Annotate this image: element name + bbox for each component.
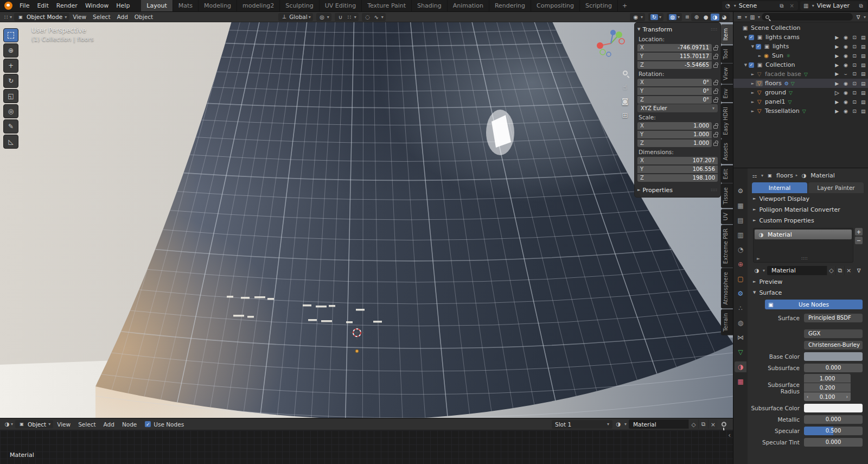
workspace-tab-scripting[interactable]: Scripting [580, 0, 618, 11]
hide-eye-icon[interactable]: ⌣ [842, 71, 849, 77]
tool-select-box[interactable] [3, 28, 18, 42]
outliner-row-lights[interactable]: ▼✓▣lights▶◉⊡▤ [733, 42, 868, 51]
tab-layer-painter[interactable]: Layer Painter [808, 182, 864, 193]
properties-tab-modifiers[interactable]: ⚙ [735, 288, 746, 299]
lock-open-icon[interactable] [713, 134, 718, 137]
menu-field[interactable]: GGX [804, 329, 863, 338]
outliner-row-ground[interactable]: ►▽ground▽▶◉⊡▤ [733, 88, 868, 97]
tool-scale[interactable]: ◱ [3, 89, 18, 103]
viewport-disable-monitor-icon[interactable]: ⊡ [851, 44, 858, 49]
menu-edit[interactable]: Edit [33, 0, 52, 11]
filter-type-icon[interactable]: ▥ [749, 14, 756, 20]
viewport-disable-monitor-icon[interactable]: ⊡ [851, 90, 858, 96]
node-grid-area[interactable]: Material ‹ [0, 430, 733, 464]
viewport-disable-monitor-icon[interactable]: ⊡ [851, 35, 858, 40]
material-slot-list[interactable]: ◑ Material ► ∷∷ [753, 228, 853, 263]
disclosure-icon[interactable]: ▼ [743, 63, 749, 67]
vector-component-field[interactable]: 0.200 [804, 383, 851, 392]
outliner-row-tessellation[interactable]: ►▽Tessellation▽▶◉⊡▤ [733, 106, 868, 116]
workspace-tab-rendering[interactable]: Rendering [489, 0, 531, 11]
scroll-left-icon[interactable]: ‹ [728, 431, 731, 439]
node-tree-icon[interactable]: ∇ [855, 268, 863, 274]
render-camera-icon[interactable]: ▤ [860, 81, 867, 86]
unlink-icon[interactable]: × [708, 419, 718, 429]
shader-type-select[interactable]: ▣ Object ▾ [15, 420, 53, 428]
remove-slot-button[interactable]: − [855, 237, 863, 244]
collection-checkbox[interactable]: ✓ [749, 35, 754, 40]
workspace-tab-texture-paint[interactable]: Texture Paint [362, 0, 412, 11]
hide-eye-icon[interactable]: ◉ [842, 53, 849, 59]
outliner-row-panel1[interactable]: ►▽panel1▽▶◉⊡▤ [733, 97, 868, 106]
viewport-disable-monitor-icon[interactable]: ⊡ [851, 53, 858, 59]
mode-select[interactable]: ▣ Object Mode ▾ [14, 13, 69, 21]
properties-tab-render[interactable]: ▦ [735, 200, 746, 211]
selectable-cursor-icon[interactable]: ▶ [833, 35, 840, 40]
viewport-menu-add[interactable]: Add [114, 14, 131, 20]
outliner-row-facade-base[interactable]: ►▽facade base▽▶⌣⊡▤ [733, 69, 868, 79]
shading-solid-icon[interactable]: ● [701, 14, 710, 21]
sidebar-tab-item[interactable]: Item [721, 24, 733, 45]
sidebar-tab-assets[interactable]: Assets [721, 139, 733, 164]
tool-measure[interactable]: ◺ [3, 135, 18, 149]
vector-component-field[interactable]: 1.000 [804, 374, 851, 383]
shader-menu-add[interactable]: Add [100, 421, 118, 428]
outliner-row-collection[interactable]: ▼✓▣Collection▶◉⊡▤ [733, 60, 868, 69]
3d-viewport[interactable]: ∷ ▾ ▣ Object Mode ▾ ViewSelectAddObject … [0, 12, 733, 418]
collection-checkbox[interactable]: ✓ [749, 62, 754, 68]
workspace-tab-modeling2[interactable]: modeling2 [237, 0, 280, 11]
disclosure-icon[interactable]: ► [750, 72, 756, 77]
properties-panel-header[interactable]: ► Properties ∷∷ [637, 185, 718, 195]
properties-tab-scene[interactable]: ◔ [735, 244, 746, 255]
render-camera-icon[interactable]: ▤ [860, 99, 867, 105]
disclosure-icon[interactable]: ► [750, 109, 756, 113]
panel-grip[interactable]: ∷∷ [711, 188, 718, 193]
disclosure-icon[interactable]: ▼ [750, 45, 756, 49]
material-sphere-icon[interactable]: ◑ [615, 421, 622, 427]
workspace-tab-mats[interactable]: Mats [173, 0, 199, 11]
sidebar-tab-view[interactable]: View [721, 63, 733, 84]
viewport-menu-select[interactable]: Select [90, 14, 113, 20]
pin-icon[interactable] [719, 420, 729, 429]
location-y-field[interactable]: Y115.70117 [637, 53, 712, 60]
outliner-row-scene-collection[interactable]: ▣Scene Collection [733, 23, 868, 33]
properties-tab-view-layer[interactable]: ▥ [735, 230, 746, 240]
properties-tab-tool[interactable]: ⚙ [735, 186, 746, 196]
selectable-cursor-icon[interactable]: ▶ [833, 99, 840, 105]
workspace-tab-uv-editing[interactable]: UV Editing [320, 0, 362, 11]
properties-tab-constraints[interactable]: ⋈ [735, 332, 746, 343]
render-camera-icon[interactable]: ▤ [860, 90, 867, 96]
number-field[interactable]: 0.000 [804, 364, 863, 372]
location-x-field[interactable]: X-746.09711 [637, 44, 712, 52]
sidebar-tab-tissue[interactable]: Tissue [721, 183, 733, 208]
preview-panel-header[interactable]: ►Preview [748, 276, 868, 287]
tool-transform[interactable]: ◎ [3, 104, 18, 118]
viewport-disable-monitor-icon[interactable]: ⊡ [851, 71, 858, 77]
panel-header-poliigon-material-converter[interactable]: ►Poliigon Material Converter [748, 204, 868, 215]
selectable-cursor-icon[interactable]: ▶ [833, 109, 840, 114]
properties-tab-texture[interactable]: ▦ [735, 376, 746, 387]
rotation-mode-dropdown[interactable]: XYZ Euler ▾ [637, 104, 718, 112]
tool-annotate[interactable]: ✎ [3, 119, 18, 134]
scale-x-field[interactable]: X1.000 [637, 122, 712, 130]
hide-eye-icon[interactable]: ◉ [842, 99, 849, 105]
selectable-cursor-icon[interactable]: ▶ [833, 53, 840, 59]
surface-panel-header[interactable]: ▼Surface [748, 287, 868, 298]
axis-navigation-gizmo[interactable] [593, 26, 628, 61]
camera-view-icon[interactable]: ◙ [618, 94, 631, 107]
tool-move[interactable]: + [3, 59, 18, 73]
visibility-dropdown[interactable]: ◉▾ [630, 13, 645, 21]
selectable-cursor-icon[interactable]: ▶ [833, 62, 840, 68]
dimensions-x-field[interactable]: X107.207 [637, 157, 718, 164]
number-field[interactable]: 0.000 [804, 415, 863, 424]
shading-wireframe-icon[interactable]: ⊕ [692, 14, 701, 21]
new-material-icon[interactable]: ⧉ [698, 419, 708, 429]
breadcrumb-object[interactable]: floors [776, 172, 793, 179]
hide-eye-icon[interactable]: ◉ [842, 62, 849, 68]
new-scene-icon[interactable]: ⧉ [777, 2, 786, 10]
viewport-disable-monitor-icon[interactable]: ⊡ [851, 62, 858, 68]
render-camera-icon[interactable]: ▤ [860, 109, 867, 114]
workspace-tab-compositing[interactable]: Compositing [531, 0, 580, 11]
selectable-cursor-icon[interactable]: ▶ [833, 44, 840, 49]
vector-component-field[interactable]: 0.100‹› [804, 392, 851, 401]
color-swatch[interactable] [804, 352, 863, 361]
